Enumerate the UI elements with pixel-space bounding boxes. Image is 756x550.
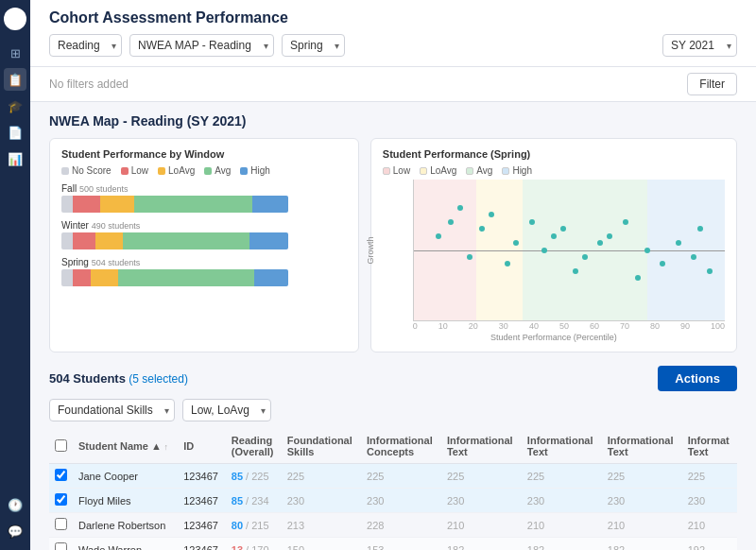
- bar-segment: [61, 196, 73, 213]
- scatter-dot: [573, 268, 578, 274]
- row-checkbox-cell[interactable]: [49, 464, 73, 489]
- y-axis-label: Growth: [365, 236, 374, 264]
- scatter-dot: [479, 226, 485, 232]
- charts-row: Student Performance by Window No Score L…: [49, 138, 737, 352]
- bar-segment: [73, 269, 91, 286]
- scatter-dot: [597, 240, 603, 246]
- info-text2-score: 225: [522, 464, 602, 489]
- select-all-checkbox[interactable]: [55, 439, 67, 452]
- info-text3-score: 210: [602, 513, 682, 538]
- sidebar-icon-analytics[interactable]: 📊: [4, 147, 26, 170]
- subject-select[interactable]: Reading Math: [49, 34, 122, 57]
- col-info-text4: InformatText: [682, 429, 737, 464]
- bar-segment: [252, 196, 288, 213]
- page-header: Cohort Assessment Performance Reading Ma…: [30, 0, 756, 67]
- legend-loavg: LoAvg: [158, 165, 195, 176]
- row-checkbox[interactable]: [55, 493, 67, 506]
- row-checkbox[interactable]: [55, 469, 67, 481]
- student-id: 123467: [178, 489, 226, 513]
- students-tbody: Jane Cooper 123467 85 / 225 225 225 225 …: [49, 464, 737, 551]
- students-section: 504 Students (5 selected) Actions Founda…: [49, 366, 737, 550]
- col-reading: Reading(Overall): [226, 429, 282, 464]
- info-text2-score: 182: [522, 538, 602, 551]
- skill-filter-select[interactable]: Foundational Skills: [49, 399, 175, 421]
- sidebar-icon-home[interactable]: ⊞: [4, 42, 26, 64]
- scatter-dot: [505, 261, 510, 266]
- info-concepts-score: 225: [361, 464, 441, 489]
- scatter-legend-avg: Avg: [466, 165, 492, 176]
- assessment-select[interactable]: NWEA MAP - Reading: [129, 34, 274, 57]
- sidebar-icon-students[interactable]: 🎓: [4, 95, 26, 117]
- scatter-wrapper: Growth: [383, 180, 725, 321]
- actions-button[interactable]: Actions: [658, 366, 737, 391]
- scatter-legend-loavg: LoAvg: [420, 165, 456, 176]
- select-all-header[interactable]: [49, 429, 73, 464]
- sidebar-icon-assessment[interactable]: 📋: [4, 68, 26, 91]
- scatter-dot: [707, 268, 713, 274]
- students-title: 504 Students: [49, 371, 126, 386]
- reading-score: 80 / 215: [226, 513, 282, 538]
- scatter-plot: [413, 180, 725, 321]
- row-checkbox-cell[interactable]: [49, 489, 73, 513]
- students-table-wrapper: Student Name ▲ ID Reading(Overall) Found…: [49, 429, 737, 550]
- info-text2-score: 210: [522, 513, 602, 538]
- col-name[interactable]: Student Name ▲: [73, 429, 178, 464]
- app-logo: [4, 8, 26, 30]
- filter-status-text: No filters added: [49, 77, 129, 91]
- foundational-score: 213: [282, 513, 361, 538]
- scatter-dot: [467, 254, 472, 260]
- bar-segment: [254, 269, 288, 286]
- bar-label: Winter 490 students: [61, 220, 347, 231]
- row-checkbox-cell[interactable]: [49, 513, 73, 538]
- col-foundational: FoundationalSkills: [282, 429, 361, 464]
- season-select-wrapper: Spring Fall Winter: [282, 34, 345, 57]
- scatter-dot: [551, 233, 557, 239]
- info-text1-score: 230: [441, 489, 522, 513]
- filter-bar: No filters added Filter: [30, 67, 756, 102]
- info-text4-score: 230: [682, 489, 737, 513]
- scatter-chart-card: Student Performance (Spring) Low LoAvg A…: [370, 138, 737, 352]
- bar-segment: [118, 269, 254, 286]
- bar-segment: [91, 269, 118, 286]
- scatter-dot: [560, 226, 566, 232]
- scatter-dot: [489, 212, 494, 217]
- scatter-legend-low: Low: [383, 165, 410, 176]
- col-info-concepts: InformationalConcepts: [361, 429, 441, 464]
- bar-rows-container: Fall 500 students Winter 490 students Sp…: [61, 183, 347, 286]
- legend-low: Low: [121, 165, 148, 176]
- sidebar-icon-chat[interactable]: 💬: [4, 520, 26, 542]
- students-filter-row: Foundational Skills Low, LoAvg Low LoAvg…: [49, 399, 737, 421]
- student-name: Jane Cooper: [73, 464, 178, 489]
- sidebar-icon-reports[interactable]: 📄: [4, 121, 26, 144]
- bar-segment: [123, 232, 249, 249]
- filter-button[interactable]: Filter: [687, 73, 737, 95]
- skill-filter-wrapper: Foundational Skills: [49, 399, 175, 421]
- scatter-chart-legend: Low LoAvg Avg High: [383, 165, 725, 176]
- x-ticks: 0102030405060708090100: [383, 321, 725, 331]
- level-filter-wrapper: Low, LoAvg Low LoAvg Avg High: [182, 399, 271, 421]
- row-checkbox[interactable]: [55, 542, 67, 550]
- info-text3-score: 182: [602, 538, 682, 551]
- bar-row: Winter 490 students: [61, 220, 347, 249]
- content-area: NWEA Map - Reading (SY 2021) Student Per…: [30, 102, 756, 550]
- bar-segment: [100, 196, 134, 213]
- bar-segment: [61, 269, 73, 286]
- scatter-dot: [635, 275, 641, 281]
- info-text2-score: 230: [522, 489, 602, 513]
- students-title-area: 504 Students (5 selected): [49, 371, 188, 386]
- sidebar-icon-clock[interactable]: 🕐: [4, 493, 26, 516]
- bar-chart-card: Student Performance by Window No Score L…: [49, 138, 359, 352]
- row-checkbox-cell[interactable]: [49, 538, 73, 551]
- year-select[interactable]: SY 2021 SY 2020: [662, 34, 737, 57]
- season-select[interactable]: Spring Fall Winter: [282, 34, 345, 57]
- col-info-text2: InformationalText: [522, 429, 602, 464]
- student-id: 123467: [178, 538, 226, 551]
- level-filter-select[interactable]: Low, LoAvg Low LoAvg Avg High: [182, 399, 271, 421]
- legend-high: High: [240, 165, 270, 176]
- scatter-dot: [541, 248, 547, 253]
- col-info-text3: InformationalText: [602, 429, 682, 464]
- subject-select-wrapper: Reading Math: [49, 34, 122, 57]
- table-row: Wade Warren 123467 13 / 170 150 153 182 …: [49, 538, 737, 551]
- table-header-row: Student Name ▲ ID Reading(Overall) Found…: [49, 429, 737, 464]
- row-checkbox[interactable]: [55, 518, 67, 530]
